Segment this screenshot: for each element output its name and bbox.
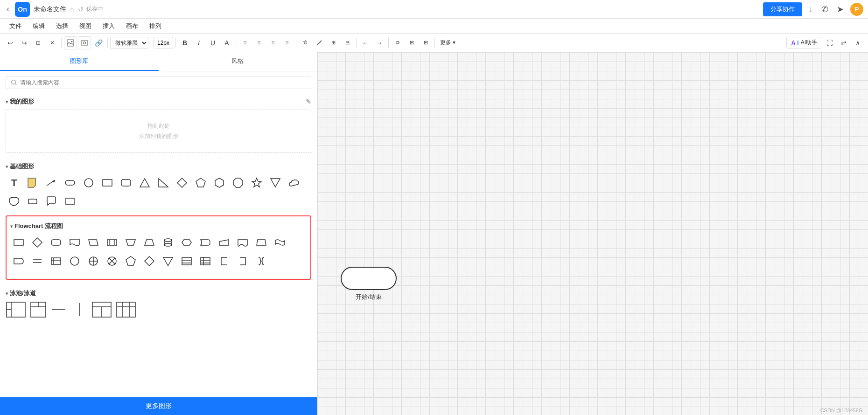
shape-circle[interactable]	[80, 174, 97, 191]
stroke-button[interactable]	[313, 36, 326, 49]
star-icon[interactable]: ☆	[69, 6, 75, 13]
fc-subprocess[interactable]	[104, 234, 120, 251]
link-button[interactable]: 🔗	[92, 36, 105, 49]
redo-button[interactable]: ↪	[18, 36, 31, 49]
italic-button[interactable]: I	[192, 36, 205, 49]
expand-button[interactable]: ⊞	[419, 36, 432, 49]
shape-rectangle[interactable]	[99, 174, 116, 191]
menu-arrange[interactable]: 排列	[145, 20, 166, 32]
pool-horizontal[interactable]	[6, 301, 26, 318]
shape-irregular[interactable]	[6, 193, 22, 210]
shape-bracket-rect[interactable]	[62, 193, 78, 210]
menu-canvas[interactable]: 画布	[121, 20, 143, 32]
shape-star[interactable]	[248, 174, 265, 191]
fc-preparation[interactable]	[178, 234, 195, 251]
shape-rounded-square[interactable]	[24, 193, 41, 210]
layer-button[interactable]: ⧉	[391, 36, 404, 49]
shape-down-triangle[interactable]	[267, 174, 284, 191]
fc-database[interactable]	[160, 234, 176, 251]
undo-title-icon[interactable]: ↺	[78, 6, 84, 13]
pool-h-line[interactable]	[50, 301, 67, 318]
menu-select[interactable]: 选择	[51, 20, 73, 32]
flowchart-section-header[interactable]: ▾ Flowchart 流程图	[10, 220, 307, 234]
menu-view[interactable]: 视图	[75, 20, 96, 32]
fc-callout-trap[interactable]	[253, 234, 270, 251]
shape-arrow-line[interactable]	[43, 174, 60, 191]
shape-stadium[interactable]	[62, 174, 78, 191]
fc-list2[interactable]	[197, 253, 214, 270]
align-button[interactable]: ≡	[252, 36, 266, 49]
fc-trapezoid[interactable]	[122, 234, 139, 251]
shape-note[interactable]	[24, 174, 41, 191]
pool-vertical[interactable]	[30, 301, 47, 318]
shape-rounded-rect[interactable]	[118, 174, 134, 191]
shape-pentagon[interactable]	[192, 174, 209, 191]
fc-small-diamond[interactable]	[141, 253, 158, 270]
back-button[interactable]: ‹	[5, 2, 11, 16]
font-size-input[interactable]	[154, 37, 173, 49]
fc-down-triangle[interactable]	[160, 253, 176, 270]
ai-assistant-button[interactable]: A I AI助手	[786, 37, 822, 48]
my-shapes-drop-area[interactable]: 拖到此处 添加到我的图形	[6, 110, 311, 153]
send-button[interactable]: ➤	[835, 2, 846, 16]
collapse-toolbar-button[interactable]: ∧	[851, 36, 864, 49]
photo-button[interactable]	[78, 36, 91, 49]
fc-parallelogram[interactable]	[85, 234, 102, 251]
fc-decision[interactable]	[29, 234, 46, 251]
tab-style[interactable]: 风格	[159, 52, 317, 71]
shape-octagon[interactable]	[230, 174, 246, 191]
fc-rounded-process[interactable]	[48, 234, 64, 251]
tab-shape-library[interactable]: 图形库	[0, 52, 159, 71]
download-button[interactable]: ↓	[807, 2, 815, 16]
distribute-button[interactable]: ⊟	[341, 36, 354, 49]
menu-insert[interactable]: 插入	[98, 20, 119, 32]
canvas-area[interactable]: 开始/结束 CSDN @123456G-	[317, 52, 868, 415]
basic-shapes-section-header[interactable]: ▾ 基础图形	[6, 159, 311, 174]
copy-style-button[interactable]: ⊡	[32, 36, 45, 49]
undo-button[interactable]: ↩	[4, 36, 17, 49]
image-button[interactable]	[64, 36, 77, 49]
fc-process[interactable]	[10, 234, 27, 251]
shape-diamond[interactable]	[174, 174, 190, 191]
fc-direct-data[interactable]	[197, 234, 214, 251]
align2-button[interactable]: ≡	[266, 36, 280, 49]
align-distribute-button[interactable]: ⊞	[327, 36, 340, 49]
line-height-button[interactable]: ≡	[238, 36, 252, 49]
avatar[interactable]: P	[850, 3, 863, 16]
search-input[interactable]	[20, 79, 306, 86]
fc-punched-tape[interactable]	[272, 234, 288, 251]
pool-grid2[interactable]	[116, 301, 136, 318]
fc-list1[interactable]	[178, 253, 195, 270]
shape-right-triangle[interactable]	[155, 174, 172, 191]
fc-manual-input[interactable]	[216, 234, 232, 251]
shape-hexagon[interactable]	[211, 174, 228, 191]
shape-text[interactable]: T	[6, 174, 22, 191]
fc-document[interactable]	[66, 234, 83, 251]
fc-start-end[interactable]	[66, 253, 83, 270]
shape-speech-bubble[interactable]	[43, 193, 60, 210]
shape-triangle[interactable]	[136, 174, 153, 191]
fc-bracket2[interactable]	[234, 253, 251, 270]
menu-edit[interactable]: 编辑	[28, 20, 49, 32]
pool-grid1[interactable]	[91, 301, 112, 318]
more-button[interactable]: 更多 ▾	[437, 36, 458, 49]
list-button[interactable]: ≡	[280, 36, 294, 49]
font-family-select[interactable]: 微软雅黑	[110, 37, 148, 49]
arrow-right-button[interactable]: →	[373, 36, 386, 49]
fc-sum[interactable]	[85, 253, 102, 270]
fc-delay[interactable]	[10, 253, 27, 270]
fc-or[interactable]	[29, 253, 46, 270]
fill-button[interactable]	[299, 36, 312, 49]
bold-button[interactable]: B	[178, 36, 191, 49]
fc-x-circle[interactable]	[104, 253, 120, 270]
arrow-left-button[interactable]: ←	[359, 36, 372, 49]
format-button[interactable]: ⊞	[405, 36, 418, 49]
swimlane-section-header[interactable]: ▾ 泳池/泳道	[6, 285, 311, 301]
underline-button[interactable]: U	[206, 36, 219, 49]
fullscreen-button[interactable]: ⛶	[823, 36, 836, 49]
my-shapes-section-header[interactable]: ▾ 我的图形 ✎	[6, 94, 311, 110]
shape-cloud[interactable]	[286, 174, 302, 191]
my-shapes-edit-icon[interactable]: ✎	[306, 98, 311, 105]
pool-v-line[interactable]	[71, 301, 88, 318]
fc-bracket1[interactable]	[216, 253, 232, 270]
